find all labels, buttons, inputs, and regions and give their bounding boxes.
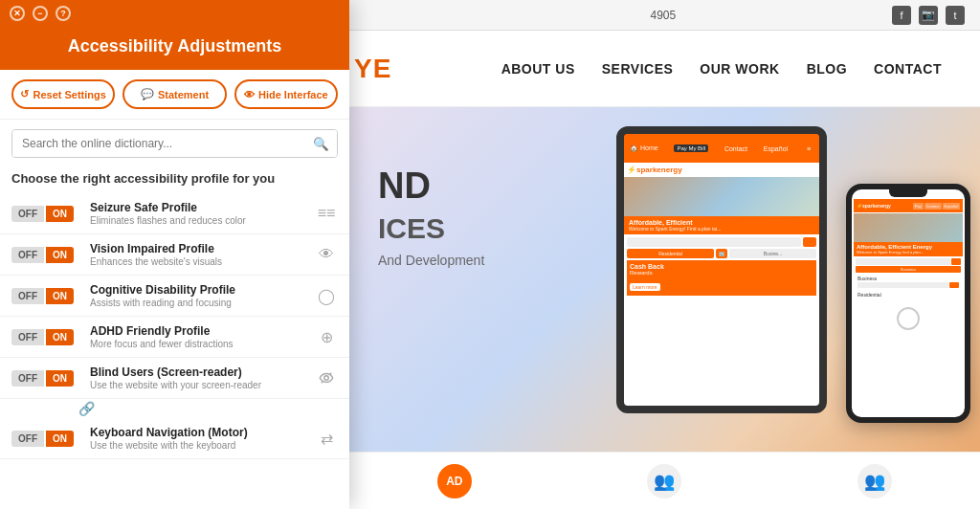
keyboard-navigation-desc: Use the website with the keyboard <box>90 440 305 451</box>
cognitive-disability-desc: Assists with reading and focusing <box>90 298 305 308</box>
statement-icon: 💬 <box>141 88 154 100</box>
hero-section: ND ICES And Development 🏠 Home Pay My Bi… <box>349 107 980 509</box>
seizure-safe-on[interactable]: ON <box>46 206 74 222</box>
adhd-profile-row: OFF ON ADHD Friendly Profile More focus … <box>0 317 349 358</box>
link-icon: 🔗 <box>78 401 95 416</box>
dictionary-search-area: 🔍 <box>0 120 349 164</box>
hide-icon: 👁 <box>244 89 255 100</box>
nav-work[interactable]: OUR WORK <box>700 61 779 77</box>
phone-screen: ⚡sparkenergy Pay Contact Español Afforda… <box>852 197 965 303</box>
svg-line-1 <box>322 382 323 384</box>
hero-line2: ICES <box>378 212 484 245</box>
cognitive-disability-icon: ◯ <box>315 284 338 307</box>
adhd-icon: ⊕ <box>315 325 338 348</box>
seizure-safe-off[interactable]: OFF <box>11 206 44 222</box>
vision-impaired-toggle[interactable]: OFF ON <box>11 247 80 263</box>
search-container: 🔍 <box>11 129 338 158</box>
users-icon-2: 👥 <box>858 464 892 498</box>
tablet-mockup: 🏠 Home Pay My Bill Contact Español ≡ ⚡sp… <box>616 126 827 413</box>
hero-line1: ND <box>378 165 484 209</box>
nav-services[interactable]: SERVICES <box>602 61 674 77</box>
main-nav: ABOUT US SERVICES OUR WORK BLOG CONTACT <box>501 61 942 77</box>
bottom-icons-bar: AD 👥 👥 <box>349 452 980 509</box>
adhd-toggle[interactable]: OFF ON <box>11 329 80 345</box>
panel-actions: ↺ Reset Settings 💬 Statement 👁 Hide Inte… <box>0 70 349 120</box>
vision-impaired-off[interactable]: OFF <box>11 247 44 263</box>
cognitive-disability-on[interactable]: ON <box>46 288 74 304</box>
cognitive-disability-name: Cognitive Disability Profile <box>90 283 305 297</box>
tablet-logo-bar: ⚡sparkenergy <box>624 163 819 177</box>
instagram-icon[interactable]: 📷 <box>919 6 938 25</box>
keyboard-navigation-profile-row: OFF ON Keyboard Navigation (Motor) Use t… <box>0 418 349 459</box>
phone-home-button[interactable] <box>897 307 920 330</box>
cognitive-disability-off[interactable]: OFF <box>11 288 44 304</box>
reset-icon: ↺ <box>20 88 29 100</box>
site-logo: YE <box>354 54 391 84</box>
vision-impaired-on[interactable]: ON <box>46 247 74 263</box>
search-button[interactable]: 🔍 <box>313 137 329 151</box>
blind-users-info: Blind Users (Screen-reader) Use the webs… <box>90 365 305 390</box>
keyboard-navigation-off[interactable]: OFF <box>11 431 44 447</box>
phone-notch <box>889 189 927 197</box>
hero-text: ND ICES And Development <box>378 165 484 268</box>
accessibility-panel: ✕ − ? Accessibility Adjustments ↺ Reset … <box>0 0 349 509</box>
adhd-info: ADHD Friendly Profile More focus and few… <box>90 324 305 349</box>
blind-users-name: Blind Users (Screen-reader) <box>90 365 305 379</box>
nav-about[interactable]: ABOUT US <box>501 61 575 77</box>
hide-interface-button[interactable]: 👁 Hide Interface <box>234 79 338 109</box>
blind-users-icon <box>315 366 338 389</box>
reset-settings-button[interactable]: ↺ Reset Settings <box>11 79 115 109</box>
ad-icon: AD <box>437 464 472 498</box>
profile-section-title: Choose the right accessibility profile f… <box>0 164 349 193</box>
search-icon: 🔍 <box>313 137 329 151</box>
phone-mockup: ⚡sparkenergy Pay Contact Español Afforda… <box>846 184 970 423</box>
cognitive-disability-info: Cognitive Disability Profile Assists wit… <box>90 283 305 308</box>
svg-point-0 <box>324 376 329 381</box>
seizure-safe-icon: ≡≡ <box>315 202 338 225</box>
window-controls-bar: ✕ − ? <box>0 0 349 27</box>
vision-impaired-name: Vision Impaired Profile <box>90 242 305 255</box>
keyboard-navigation-toggle[interactable]: OFF ON <box>11 431 80 447</box>
cognitive-disability-toggle[interactable]: OFF ON <box>11 288 80 304</box>
search-input[interactable] <box>12 130 337 157</box>
facebook-icon[interactable]: f <box>892 6 911 25</box>
statement-button[interactable]: 💬 Statement <box>122 79 226 109</box>
nav-contact[interactable]: CONTACT <box>874 61 942 77</box>
blind-users-on[interactable]: ON <box>46 370 74 387</box>
panel-title: Accessibility Adjustments <box>68 36 281 55</box>
seizure-safe-profile-row: OFF ON Seizure Safe Profile Eliminates f… <box>0 193 349 234</box>
window-close-button[interactable]: ✕ <box>10 6 25 21</box>
blind-users-off[interactable]: OFF <box>11 370 44 387</box>
keyboard-navigation-name: Keyboard Navigation (Motor) <box>90 426 305 439</box>
users-icon-1: 👥 <box>647 464 681 498</box>
blind-users-profile-row: OFF ON Blind Users (Screen-reader) Use t… <box>0 358 349 399</box>
adhd-off[interactable]: OFF <box>11 329 44 345</box>
phone-number: 4905 <box>651 9 677 22</box>
seizure-safe-info: Seizure Safe Profile Eliminates flashes … <box>90 201 305 226</box>
adhd-name: ADHD Friendly Profile <box>90 324 305 338</box>
adhd-desc: More focus and fewer distractions <box>90 339 305 349</box>
keyboard-navigation-info: Keyboard Navigation (Motor) Use the webs… <box>90 426 305 451</box>
window-minimize-button[interactable]: − <box>33 6 48 21</box>
window-help-button[interactable]: ? <box>56 6 71 21</box>
blind-users-toggle[interactable]: OFF ON <box>11 370 80 387</box>
social-links: f 📷 t <box>892 6 965 25</box>
nav-blog[interactable]: BLOG <box>807 61 847 77</box>
cognitive-disability-profile-row: OFF ON Cognitive Disability Profile Assi… <box>0 276 349 317</box>
seizure-safe-toggle[interactable]: OFF ON <box>11 206 80 222</box>
screen-reader-link-row: 🔗 <box>0 399 349 418</box>
panel-header: Accessibility Adjustments <box>0 27 349 70</box>
keyboard-navigation-on[interactable]: ON <box>46 431 74 447</box>
seizure-safe-desc: Eliminates flashes and reduces color <box>90 215 305 226</box>
vision-impaired-desc: Enhances the website's visuals <box>90 256 305 267</box>
adhd-on[interactable]: ON <box>46 329 74 345</box>
hero-subtitle: And Development <box>378 253 484 268</box>
vision-impaired-icon: 👁 <box>315 243 338 266</box>
blind-users-desc: Use the website with your screen-reader <box>90 380 305 390</box>
profile-list: OFF ON Seizure Safe Profile Eliminates f… <box>0 193 349 459</box>
vision-impaired-info: Vision Impaired Profile Enhances the web… <box>90 242 305 267</box>
vision-impaired-profile-row: OFF ON Vision Impaired Profile Enhances … <box>0 234 349 276</box>
keyboard-navigation-icon: ⇄ <box>315 427 338 450</box>
tablet-hero-img: Affordable, Efficient Welcome to Spark E… <box>624 177 819 234</box>
twitter-icon[interactable]: t <box>946 6 965 25</box>
